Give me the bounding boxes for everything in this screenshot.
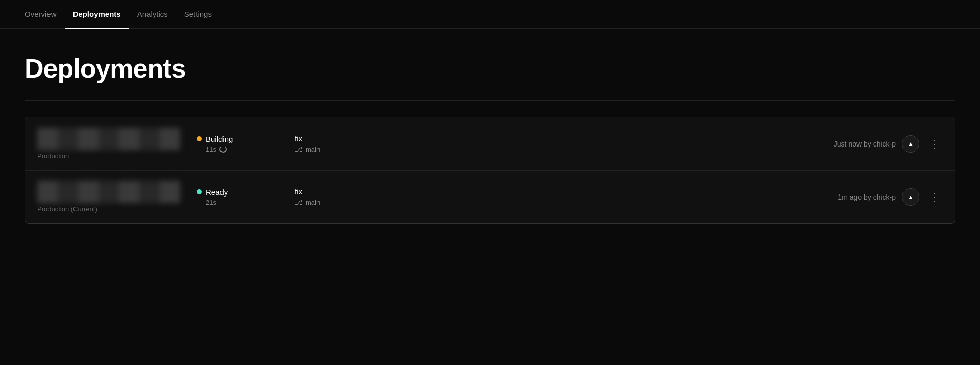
git-branch-row: ⎇ main [295,145,817,153]
status-row: Building [197,135,278,143]
git-branch-row: ⎇ main [295,198,821,206]
deployment-preview-section: Production [37,128,180,160]
deployment-status-section: Ready 21s [197,188,278,206]
deployments-list: Production Building 11s fix ⎇ main Just … [24,117,955,224]
git-branch-icon: ⎇ [295,145,303,153]
git-commit-message: fix [295,134,817,143]
page-title: Deployments [24,53,955,84]
deployment-time: 1m ago [838,193,862,201]
deployment-git-section: fix ⎇ main [295,134,817,153]
duration-text: 11s [206,145,216,153]
nav-item-analytics[interactable]: Analytics [129,0,176,29]
top-navigation: Overview Deployments Analytics Settings [0,0,980,29]
deployment-meta: Just now by chick-p ▲ ⋮ [834,135,943,153]
deployment-time-author: 1m ago by chick-p [838,193,896,201]
triangle-up-icon: ▲ [908,193,914,201]
status-dot-ready [197,189,202,194]
status-label: Building [206,135,233,143]
deployment-row: Production Building 11s fix ⎇ main Just … [25,117,955,171]
deployment-author: chick-p [873,193,896,201]
more-vertical-icon: ⋮ [929,138,939,150]
status-dot-building [197,136,202,141]
deployment-by: by [864,140,873,148]
more-options-button[interactable]: ⋮ [925,188,943,206]
status-time: 11s [197,145,278,153]
section-divider [24,100,955,101]
deployment-meta: 1m ago by chick-p ▲ ⋮ [838,188,943,206]
deployment-thumbnail [37,128,180,150]
deployment-thumbnail [37,181,180,203]
nav-item-overview[interactable]: Overview [24,0,65,29]
nav-item-deployments[interactable]: Deployments [65,0,129,29]
page-header: Deployments [0,29,980,100]
deployment-status-section: Building 11s [197,135,278,153]
git-branch-icon: ⎇ [295,198,303,206]
triangle-up-icon: ▲ [908,140,914,148]
duration-text: 21s [206,199,216,206]
git-branch-name: main [306,199,320,206]
nav-item-settings[interactable]: Settings [176,0,220,29]
redeploy-button[interactable]: ▲ [902,188,919,206]
deployment-row: Production (Current) Ready 21s fix ⎇ mai… [25,171,955,223]
loading-spinner-icon [219,145,227,153]
status-label: Ready [206,188,228,197]
deployment-time-author: Just now by chick-p [834,140,896,148]
deployment-author: chick-p [873,140,896,148]
git-branch-name: main [306,145,320,153]
deployment-preview-section: Production (Current) [37,181,180,213]
deployment-by: by [864,193,873,201]
more-vertical-icon: ⋮ [929,191,939,203]
status-time: 21s [197,199,278,206]
deployment-git-section: fix ⎇ main [295,187,821,206]
deployment-environment: Production [37,152,180,160]
status-row: Ready [197,188,278,197]
deployment-time: Just now [834,140,862,148]
git-commit-message: fix [295,187,821,196]
redeploy-button[interactable]: ▲ [902,135,919,153]
deployment-environment: Production (Current) [37,205,180,213]
more-options-button[interactable]: ⋮ [925,135,943,153]
